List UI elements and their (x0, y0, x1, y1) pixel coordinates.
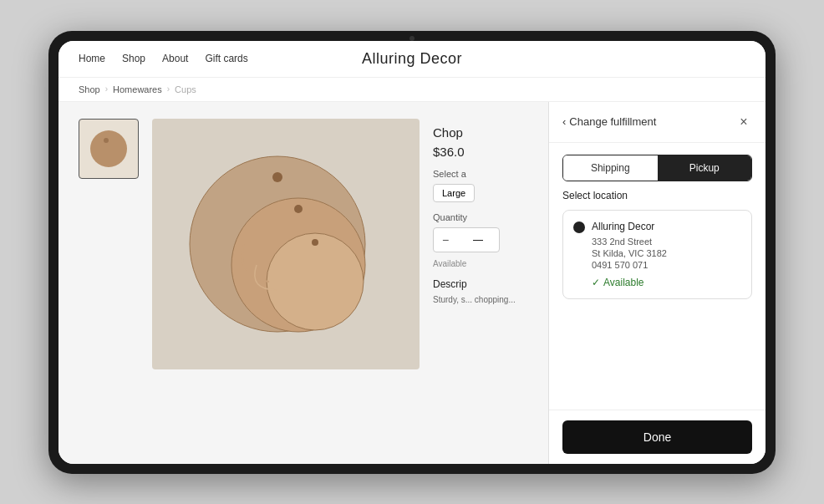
breadcrumb-chevron-1: › (105, 84, 108, 94)
location-selected-dot (573, 221, 585, 233)
breadcrumb-homewares[interactable]: Homewares (113, 84, 162, 94)
thumbnail-column (79, 119, 139, 447)
store-content: Chop $36.0 Select a Large Quantity − — A… (58, 102, 766, 464)
location-address2: St Kilda, VIC 3182 (573, 248, 741, 258)
location-availability: ✓ Available (573, 277, 741, 288)
breadcrumb-shop[interactable]: Shop (79, 84, 100, 94)
quantity-decrease[interactable]: − (434, 228, 457, 252)
nav-link-home[interactable]: Home (79, 53, 105, 64)
tablet-frame: Home Shop About Gift cards Alluring Deco… (48, 31, 776, 474)
product-thumbnail[interactable] (79, 119, 139, 179)
modal-header: ‹ Change fulfillment × (549, 102, 766, 143)
svg-point-8 (267, 233, 364, 330)
fulfillment-tabs: Shipping Pickup (562, 155, 752, 181)
quantity-value: — (457, 234, 499, 246)
location-address1: 333 2nd Street (573, 237, 741, 247)
variant-button[interactable]: Large (433, 184, 475, 202)
location-name: Alluring Decor (592, 221, 654, 232)
modal-close-button[interactable]: × (735, 114, 752, 130)
modal-back-button[interactable]: ‹ Change fulfillment (562, 115, 656, 128)
breadcrumb: Shop › Homewares › Cups (58, 78, 766, 102)
svg-point-4 (272, 172, 282, 182)
nav-link-about[interactable]: About (162, 53, 188, 64)
svg-point-0 (90, 130, 127, 167)
availability-text: Available (603, 277, 643, 288)
tab-pickup[interactable]: Pickup (658, 155, 752, 181)
modal-footer: Done (549, 410, 766, 464)
fulfillment-modal: ‹ Change fulfillment × Shipping Pickup S… (548, 102, 766, 464)
back-chevron-icon: ‹ (562, 115, 566, 128)
store-nav: Home Shop About Gift cards Alluring Deco… (58, 41, 766, 78)
tab-shipping[interactable]: Shipping (563, 155, 658, 181)
location-phone: 0491 570 071 (573, 260, 741, 270)
select-location-label: Select location (549, 190, 766, 201)
location-card[interactable]: Alluring Decor 333 2nd Street St Kilda, … (562, 210, 752, 299)
product-main-image (152, 119, 420, 369)
location-header: Alluring Decor (573, 221, 741, 233)
nav-link-shop[interactable]: Shop (122, 53, 145, 64)
check-icon: ✓ (592, 277, 600, 288)
svg-point-7 (294, 205, 303, 213)
done-button[interactable]: Done (562, 420, 752, 454)
quantity-control: − — (433, 227, 500, 252)
modal-title: Change fulfillment (569, 115, 656, 128)
svg-point-10 (312, 239, 318, 246)
store-title: Alluring Decor (362, 50, 462, 68)
breadcrumb-chevron-2: › (167, 84, 170, 94)
nav-links: Home Shop About Gift cards (79, 53, 248, 64)
nav-link-gift-cards[interactable]: Gift cards (205, 53, 247, 64)
tablet-camera (409, 36, 415, 41)
svg-point-1 (104, 138, 109, 143)
product-area: Chop $36.0 Select a Large Quantity − — A… (58, 102, 593, 464)
tablet-screen: Home Shop About Gift cards Alluring Deco… (58, 41, 766, 464)
breadcrumb-cups: Cups (175, 84, 196, 94)
